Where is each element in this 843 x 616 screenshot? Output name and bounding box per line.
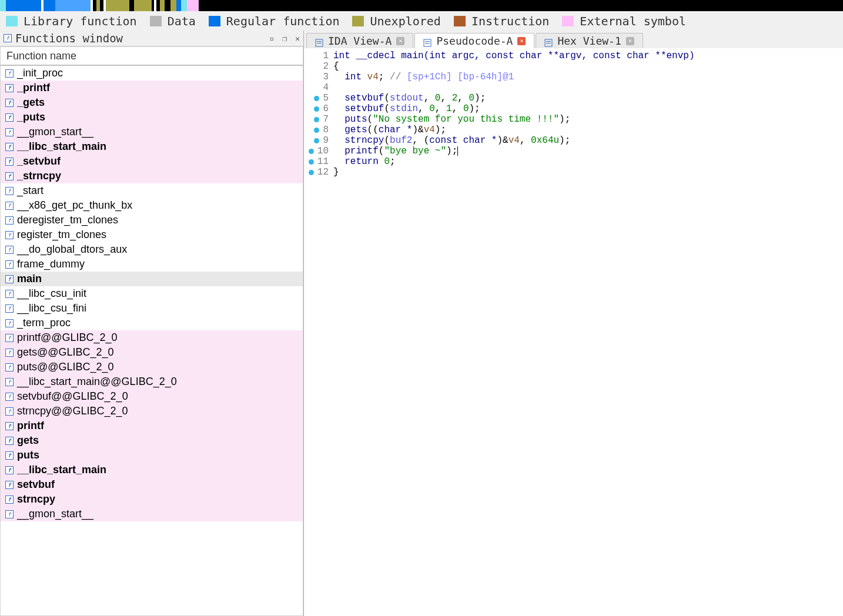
- function-row[interactable]: f_puts: [1, 110, 303, 125]
- line-number: 11: [304, 156, 329, 167]
- tab-close-icon[interactable]: ×: [396, 37, 404, 45]
- function-name: gets@@GLIBC_2_0: [17, 346, 114, 359]
- function-name: _setvbuf: [17, 155, 61, 168]
- function-row[interactable]: fsetvbuf: [1, 477, 303, 492]
- function-name: _printf: [17, 82, 50, 94]
- function-icon: f: [5, 216, 14, 225]
- function-icon: f: [5, 393, 14, 401]
- overview-navigator[interactable]: [0, 0, 843, 11]
- function-name: _gets: [17, 96, 45, 109]
- pseudocode-icon: [423, 37, 431, 45]
- window-minimize-icon[interactable]: ▫: [270, 34, 275, 43]
- breakpoint-dot[interactable]: [314, 117, 319, 122]
- tab[interactable]: IDA View-A×: [306, 33, 413, 48]
- function-row[interactable]: fstrncpy: [1, 492, 303, 507]
- breakpoint-dot[interactable]: [309, 159, 314, 165]
- function-icon: f: [5, 158, 14, 166]
- function-row[interactable]: f__gmon_start__: [1, 507, 303, 521]
- line-number: 1: [304, 51, 329, 61]
- legend-swatch: [209, 16, 220, 26]
- function-row[interactable]: f__libc_csu_fini: [1, 301, 303, 316]
- tab[interactable]: Hex View-1×: [536, 33, 643, 48]
- function-row[interactable]: fderegister_tm_clones: [1, 213, 303, 227]
- functions-window-titlebar[interactable]: f Functions window ▫ ❐ ✕: [0, 31, 303, 46]
- function-name: __gmon_start__: [17, 126, 93, 138]
- tab-label: Hex View-1: [557, 35, 621, 47]
- functions-window: f Functions window ▫ ❐ ✕ Function name f…: [0, 31, 304, 616]
- function-row[interactable]: f__gmon_start__: [1, 125, 303, 139]
- function-row[interactable]: f__do_global_dtors_aux: [1, 242, 303, 257]
- function-icon: f: [5, 202, 14, 210]
- ida-view-icon: [315, 37, 323, 45]
- function-row[interactable]: f__libc_start_main: [1, 463, 303, 477]
- window-restore-icon[interactable]: ❐: [282, 34, 287, 43]
- function-icon: f: [5, 187, 14, 195]
- code-body[interactable]: int __cdecl main(int argc, const char **…: [331, 48, 843, 616]
- line-number: 12: [304, 167, 329, 178]
- functions-column-header[interactable]: Function name: [0, 46, 303, 66]
- function-icon: f: [5, 319, 14, 327]
- function-name: puts: [17, 449, 39, 461]
- tab[interactable]: Pseudocode-A×: [414, 33, 534, 48]
- function-row[interactable]: f_term_proc: [1, 316, 303, 330]
- function-row[interactable]: f_start: [1, 183, 303, 198]
- breakpoint-dot[interactable]: [309, 149, 314, 154]
- function-row[interactable]: f_printf: [1, 81, 303, 95]
- function-row[interactable]: f__libc_csu_init: [1, 286, 303, 301]
- function-row[interactable]: fprintf: [1, 419, 303, 433]
- line-number: 6: [304, 103, 329, 114]
- function-row[interactable]: f_init_proc: [1, 66, 303, 81]
- function-row[interactable]: fframe_dummy: [1, 257, 303, 272]
- svg-rect-7: [546, 41, 551, 42]
- svg-rect-8: [546, 43, 551, 43]
- function-row[interactable]: fputs: [1, 448, 303, 463]
- function-name: printf@@GLIBC_2_0: [17, 332, 118, 344]
- function-row[interactable]: fregister_tm_clones: [1, 227, 303, 242]
- hex-view-icon: [544, 37, 553, 45]
- function-icon: f: [5, 422, 14, 430]
- svg-rect-5: [425, 43, 430, 43]
- function-name: setvbuf@@GLIBC_2_0: [17, 390, 128, 403]
- function-icon: f: [5, 84, 14, 92]
- function-row[interactable]: fgets@@GLIBC_2_0: [1, 345, 303, 360]
- pseudocode-view[interactable]: 123456789101112 int __cdecl main(int arg…: [304, 48, 843, 616]
- function-icon: f: [5, 275, 14, 283]
- breakpoint-dot[interactable]: [314, 96, 319, 101]
- function-row[interactable]: f__x86_get_pc_thunk_bx: [1, 198, 303, 213]
- function-icon: f: [5, 246, 14, 254]
- function-row[interactable]: f_setvbuf: [1, 154, 303, 169]
- function-row[interactable]: fsetvbuf@@GLIBC_2_0: [1, 389, 303, 404]
- functions-window-title: Functions window: [15, 32, 123, 45]
- tab-close-icon[interactable]: ×: [517, 37, 526, 45]
- function-row[interactable]: fmain: [1, 272, 303, 286]
- line-number: 3: [304, 72, 329, 82]
- function-row[interactable]: f__libc_start_main: [1, 139, 303, 154]
- function-icon: f: [5, 466, 14, 474]
- function-row[interactable]: fstrncpy@@GLIBC_2_0: [1, 404, 303, 419]
- tab-close-icon[interactable]: ×: [626, 37, 634, 45]
- tab-label: IDA View-A: [328, 35, 392, 47]
- tab-label: Pseudocode-A: [436, 35, 513, 47]
- function-name: _strncpy: [17, 170, 61, 182]
- window-close-icon[interactable]: ✕: [295, 34, 300, 43]
- svg-rect-1: [317, 41, 322, 42]
- legend-label: Regular function: [226, 14, 340, 28]
- breakpoint-dot[interactable]: [309, 170, 314, 175]
- function-row[interactable]: fprintf@@GLIBC_2_0: [1, 330, 303, 345]
- line-number: 8: [304, 125, 329, 135]
- breakpoint-dot[interactable]: [314, 106, 319, 112]
- function-icon: f: [5, 128, 14, 136]
- breakpoint-dot[interactable]: [314, 128, 319, 133]
- function-row[interactable]: f_strncpy: [1, 169, 303, 183]
- function-row[interactable]: fgets: [1, 433, 303, 448]
- function-name: __gmon_start__: [17, 508, 93, 520]
- legend-label: Instruction: [471, 14, 549, 28]
- function-name: gets: [17, 434, 39, 447]
- line-number: 9: [304, 135, 329, 146]
- functions-list[interactable]: f_init_procf_printff_getsf_putsf__gmon_s…: [0, 66, 303, 616]
- function-row[interactable]: fputs@@GLIBC_2_0: [1, 360, 303, 374]
- function-row[interactable]: f__libc_start_main@@GLIBC_2_0: [1, 374, 303, 389]
- breakpoint-dot[interactable]: [314, 138, 319, 143]
- function-name: deregister_tm_clones: [17, 214, 118, 226]
- function-row[interactable]: f_gets: [1, 95, 303, 110]
